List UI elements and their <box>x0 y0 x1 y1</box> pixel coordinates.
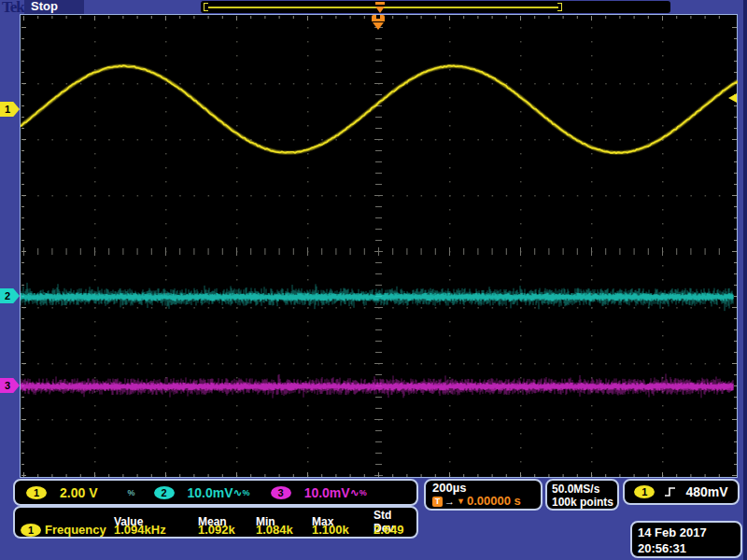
measurement-max: 1.100k <box>312 523 374 537</box>
channel-3-ac-coupling-icon: ∿ <box>350 486 359 499</box>
trigger-source-badge: 1 <box>634 485 655 498</box>
channel-2-scale: 10.0mV <box>188 485 233 500</box>
trigger-t-icon: T <box>432 497 443 507</box>
datetime-box: 14 Feb 2017 20:56:31 <box>630 521 742 558</box>
down-triangle-icon: ▼ <box>457 495 465 508</box>
record-view-bar <box>201 1 670 13</box>
channel-1-scale: 2.00 V <box>60 485 97 500</box>
channel-2-probe-icon: % <box>243 488 250 497</box>
measurement-channel-badge: 1 <box>21 524 41 537</box>
waveform-canvas <box>21 15 738 478</box>
measurement-min: 1.084k <box>256 523 312 537</box>
acquisition-status: Stop <box>24 0 84 14</box>
right-arrow-icon: → <box>444 495 455 508</box>
channel-2-badge: 2 <box>154 486 175 499</box>
channel-3-scale: 10.0mV <box>304 485 350 500</box>
time-label: 20:56:31 <box>638 540 735 556</box>
measurement-header-row: Value Mean Min Max Std Dev <box>21 509 413 523</box>
channel-3-marker: 3 <box>0 378 20 393</box>
measurement-value: 1.094kHz <box>114 523 198 537</box>
channel-1-marker: 1 <box>0 102 20 117</box>
trigger-level-arrow-icon <box>728 93 737 103</box>
trigger-readout: 1 480mV <box>623 479 740 505</box>
acquisition-status-label: Stop <box>24 0 84 13</box>
trigger-level: 480mV <box>685 484 727 499</box>
record-trigger-position-icon <box>374 2 386 13</box>
measurement-table: Value Mean Min Max Std Dev 1 Frequency 1… <box>13 506 418 539</box>
channel-2-marker: 2 <box>0 288 20 303</box>
sample-rate: 50.0MS/s <box>552 483 617 496</box>
measurement-name: Frequency <box>45 523 106 537</box>
channel-1-badge: 1 <box>26 486 47 499</box>
acquisition-readout: 50.0MS/s 100k points <box>545 479 619 511</box>
measurement-stddev: 2.649 <box>374 523 413 537</box>
channel-1-probe-icon: % <box>127 488 134 497</box>
horizontal-scale: 200µs <box>432 482 541 495</box>
measurement-row: 1 Frequency 1.094kHz 1.092k 1.084k 1.100… <box>21 523 413 537</box>
waveform-display <box>20 14 738 478</box>
trigger-position-marker-icon <box>370 15 387 31</box>
record-window-right-bracket-icon <box>557 3 562 11</box>
trigger-time-position: 0.00000 s <box>467 495 521 508</box>
channel-3-badge: 3 <box>271 486 291 499</box>
channel-scale-readout: 1 2.00 V % 2 10.0mV ∿ % 3 10.0mV ∿ % <box>13 479 418 506</box>
channel-3-probe-icon: % <box>359 488 367 497</box>
date-label: 14 Feb 2017 <box>638 525 735 540</box>
rising-edge-icon <box>663 485 677 498</box>
channel-2-ac-coupling-icon: ∿ <box>233 486 243 499</box>
record-window-left-bracket-icon <box>204 3 208 11</box>
record-length: 100k points <box>552 496 617 509</box>
screen-edge <box>743 0 747 560</box>
oscilloscope-screen: Tek Stop 1 2 3 1 2.00 V % 2 <box>0 0 747 560</box>
horizontal-readout: 200µs T → ▼ 0.00000 s <box>424 479 543 511</box>
measurement-mean: 1.092k <box>198 523 256 537</box>
